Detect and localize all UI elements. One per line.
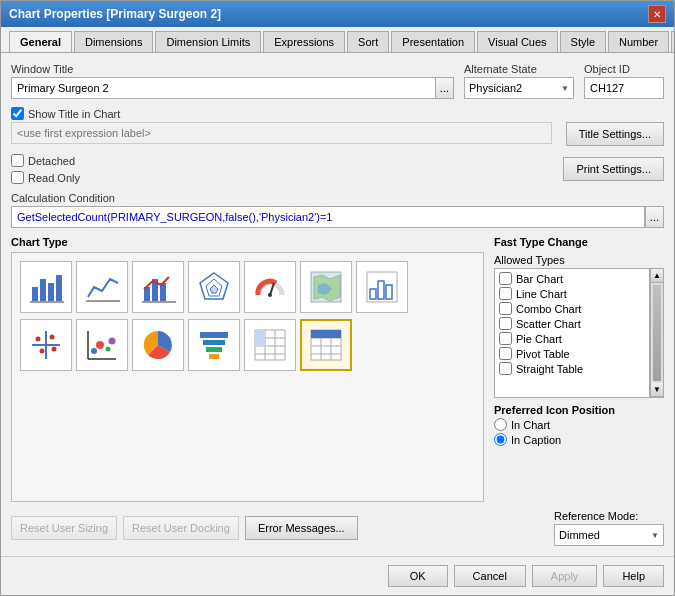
icon-position-section: Preferred Icon Position In Chart In Capt… xyxy=(494,404,664,446)
type-bar-chart-checkbox[interactable] xyxy=(499,272,512,285)
detached-checkbox[interactable] xyxy=(11,154,24,167)
chart-type-wrapper: Chart Type xyxy=(11,236,484,502)
row-detached: Detached Read Only Print Settings... xyxy=(11,154,664,184)
object-id-label: Object ID xyxy=(584,63,664,75)
tab-dimensions[interactable]: Dimensions xyxy=(74,31,153,52)
chart-icon-line[interactable] xyxy=(76,261,128,313)
tab-style[interactable]: Style xyxy=(560,31,606,52)
svg-rect-53 xyxy=(311,330,341,338)
scrollbar-thumb[interactable] xyxy=(653,285,661,381)
chart-icon-map[interactable] xyxy=(300,261,352,313)
type-straight-table-label: Straight Table xyxy=(516,363,583,375)
alternate-state-label: Alternate State xyxy=(464,63,574,75)
svg-rect-1 xyxy=(40,279,46,301)
listbox-scrollbar[interactable]: ▲ ▼ xyxy=(650,268,664,398)
chart-icon-combo[interactable] xyxy=(132,261,184,313)
chart-icon-pivot[interactable] xyxy=(244,319,296,371)
type-line-chart-label: Line Chart xyxy=(516,288,567,300)
radio-in-chart: In Chart xyxy=(494,418,664,431)
row-titles: Window Title ... Alternate State Physici… xyxy=(11,63,664,99)
calc-condition-browse-btn[interactable]: ... xyxy=(645,206,664,228)
chart-icon-straight-table[interactable] xyxy=(300,319,352,371)
cancel-button[interactable]: Cancel xyxy=(454,565,526,587)
chart-icon-radar[interactable] xyxy=(188,261,240,313)
type-combo-chart-checkbox[interactable] xyxy=(499,302,512,315)
type-straight-table-checkbox[interactable] xyxy=(499,362,512,375)
tab-font[interactable]: Font xyxy=(671,31,674,52)
reset-docking-btn[interactable]: Reset User Docking xyxy=(123,516,239,540)
window-title: Chart Properties [Primary Surgeon 2] xyxy=(9,7,221,21)
detached-checkbox-row: Detached xyxy=(11,154,553,167)
tab-presentation[interactable]: Presentation xyxy=(391,31,475,52)
row-show-title: Show Title in Chart Title Settings... xyxy=(11,107,664,146)
tab-number[interactable]: Number xyxy=(608,31,669,52)
error-messages-btn[interactable]: Error Messages... xyxy=(245,516,358,540)
alternate-state-select[interactable]: Physician2 ▼ xyxy=(464,77,574,99)
chart-row-2 xyxy=(20,319,475,371)
type-pivot-table-checkbox[interactable] xyxy=(499,347,512,360)
type-combo-chart-label: Combo Chart xyxy=(516,303,581,315)
chart-icon-pie[interactable] xyxy=(132,319,184,371)
type-pie-chart: Pie Chart xyxy=(497,331,647,346)
help-button[interactable]: Help xyxy=(603,565,664,587)
chart-icon-gauge[interactable] xyxy=(244,261,296,313)
tabs-bar: General Dimensions Dimension Limits Expr… xyxy=(1,27,674,53)
readonly-checkbox[interactable] xyxy=(11,171,24,184)
show-title-checkbox[interactable] xyxy=(11,107,24,120)
radio-in-chart-input[interactable] xyxy=(494,418,507,431)
scrollbar-down-btn[interactable]: ▼ xyxy=(651,383,663,397)
close-button[interactable]: ✕ xyxy=(648,5,666,23)
tab-general[interactable]: General xyxy=(9,31,72,53)
readonly-checkbox-row: Read Only xyxy=(11,171,553,184)
svg-point-27 xyxy=(52,347,57,352)
ok-button[interactable]: OK xyxy=(388,565,448,587)
window-title-browse-btn[interactable]: ... xyxy=(435,77,454,99)
type-line-chart: Line Chart xyxy=(497,286,647,301)
window-title-label: Window Title xyxy=(11,63,454,75)
tab-expressions[interactable]: Expressions xyxy=(263,31,345,52)
chart-type-label: Chart Type xyxy=(11,236,484,248)
window-title-input[interactable] xyxy=(11,77,435,99)
chart-icon-funnel-outline[interactable] xyxy=(356,261,408,313)
chart-icons-container xyxy=(11,252,484,502)
radio-in-caption-input[interactable] xyxy=(494,433,507,446)
title-settings-btn[interactable]: Title Settings... xyxy=(566,122,664,146)
tab-visual-cues[interactable]: Visual Cues xyxy=(477,31,558,52)
type-line-chart-checkbox[interactable] xyxy=(499,287,512,300)
reset-sizing-btn[interactable]: Reset User Sizing xyxy=(11,516,117,540)
chart-icon-funnel2[interactable] xyxy=(188,319,240,371)
object-id-input[interactable] xyxy=(584,77,664,99)
type-scatter-chart-checkbox[interactable] xyxy=(499,317,512,330)
object-id-group: Object ID xyxy=(584,63,664,99)
svg-marker-12 xyxy=(210,285,218,293)
alternate-state-arrow: ▼ xyxy=(561,84,569,93)
svg-rect-36 xyxy=(203,340,225,345)
allowed-types-list-wrapper: Bar Chart Line Chart Combo Chart xyxy=(494,268,664,398)
type-bar-chart: Bar Chart xyxy=(497,271,647,286)
chart-icon-scatter2[interactable] xyxy=(76,319,128,371)
type-pie-chart-checkbox[interactable] xyxy=(499,332,512,345)
tab-content: Window Title ... Alternate State Physici… xyxy=(1,53,674,556)
type-straight-table: Straight Table xyxy=(497,361,647,376)
svg-point-31 xyxy=(96,341,104,349)
main-area: Chart Type xyxy=(11,236,664,502)
type-pivot-table-label: Pivot Table xyxy=(516,348,570,360)
chart-icon-bar[interactable] xyxy=(20,261,72,313)
tab-sort[interactable]: Sort xyxy=(347,31,389,52)
radio-in-caption-label: In Caption xyxy=(511,434,561,446)
icon-position-label: Preferred Icon Position xyxy=(494,404,664,416)
scrollbar-up-btn[interactable]: ▲ xyxy=(651,269,663,283)
tab-dimension-limits[interactable]: Dimension Limits xyxy=(155,31,261,52)
print-settings-btn[interactable]: Print Settings... xyxy=(563,157,664,181)
svg-point-25 xyxy=(50,335,55,340)
svg-rect-0 xyxy=(32,287,38,301)
ref-mode-select[interactable]: Dimmed ▼ xyxy=(554,524,664,546)
chart-icon-cross[interactable] xyxy=(20,319,72,371)
calc-condition-input[interactable] xyxy=(11,206,645,228)
detached-label: Detached xyxy=(28,155,75,167)
allowed-types-listbox[interactable]: Bar Chart Line Chart Combo Chart xyxy=(494,268,650,398)
type-scatter-chart-label: Scatter Chart xyxy=(516,318,581,330)
apply-button[interactable]: Apply xyxy=(532,565,598,587)
checkboxes-group: Detached Read Only xyxy=(11,154,553,184)
bottom-left-buttons: Reset User Sizing Reset User Docking Err… xyxy=(11,516,526,540)
